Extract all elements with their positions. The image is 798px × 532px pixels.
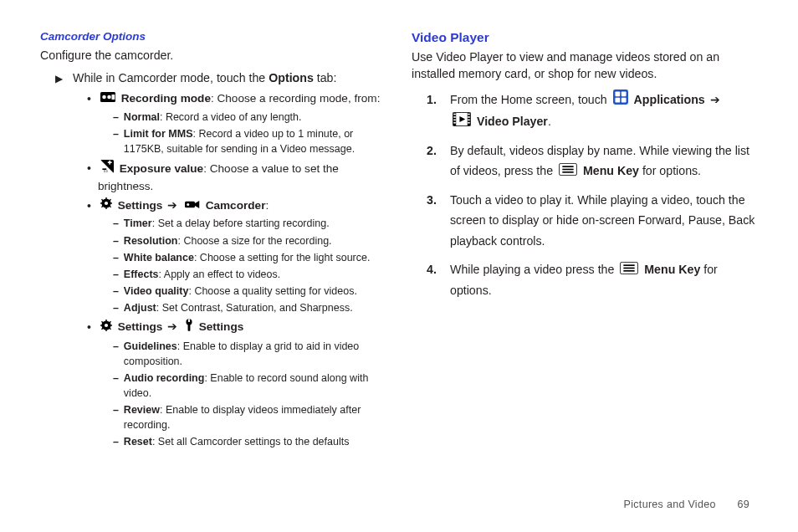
menu-key-icon: [620, 260, 638, 280]
bullet-dot-icon: •: [87, 160, 91, 177]
exposure-icon: [100, 160, 114, 178]
dash-white-balance: –White balance: Choose a setting for the…: [113, 250, 386, 265]
right-column: Video Player Use Video Player to view an…: [412, 30, 758, 453]
bullet-settings-camcorder: • Settings ➔ Camcorder: –Timer: Set a de…: [87, 197, 386, 317]
wrench-icon: [185, 319, 193, 336]
bullet-dot-icon: •: [87, 90, 91, 108]
camcorder-intro: Configure the camcorder.: [40, 48, 386, 64]
camcorder-options-heading: Camcorder Options: [40, 30, 386, 43]
left-column: Camcorder Options Configure the camcorde…: [40, 30, 386, 453]
gear-icon: [100, 197, 112, 214]
camcorder-step-text: While in Camcorder mode, touch the Optio…: [73, 71, 336, 84]
camcorder-step: ▶ While in Camcorder mode, touch the Opt…: [55, 71, 386, 87]
triangle-bullet-icon: ▶: [55, 71, 63, 87]
dash-limit-mms: –Limit for MMS: Record a video up to 1 m…: [113, 126, 386, 156]
dash-review: –Review: Enable to display videos immedi…: [113, 402, 386, 432]
dash-resolution: –Resolution: Choose a size for the recor…: [113, 233, 386, 248]
step-1: 1. From the Home screen, touch Applicati…: [427, 90, 758, 132]
video-mode-icon: [100, 90, 115, 107]
step-3: 3. Touch a video to play it. While playi…: [427, 190, 758, 250]
step-4: 4. While playing a video press the Menu …: [427, 259, 758, 300]
camcorder-bullet-list: • Recording mode: Choose a recording mod…: [87, 90, 386, 451]
bullet-dot-icon: •: [87, 319, 91, 336]
bullet-recording-mode: • Recording mode: Choose a recording mod…: [87, 90, 386, 158]
video-player-steps: 1. From the Home screen, touch Applicati…: [427, 90, 758, 300]
dash-adjust: –Adjust: Set Contrast, Saturation, and S…: [113, 300, 386, 315]
footer-section: Pictures and Video: [624, 499, 716, 510]
dash-effects: –Effects: Apply an effect to videos.: [113, 267, 386, 282]
camcorder-icon: [185, 197, 200, 214]
dash-video-quality: –Video quality: Choose a quality setting…: [113, 284, 386, 299]
bullet-dot-icon: •: [87, 197, 91, 215]
video-player-icon: [453, 112, 471, 132]
step-2: 2. By default, videos display by name. W…: [427, 141, 758, 182]
video-player-heading: Video Player: [412, 30, 758, 45]
dash-normal: –Normal: Record a video of any length.: [113, 110, 386, 125]
bullet-exposure: • Exposure value: Choose a value to set …: [87, 160, 386, 196]
video-player-intro: Use Video Player to view and manage vide…: [412, 49, 758, 83]
apps-icon: [613, 90, 628, 110]
menu-key-icon: [559, 161, 577, 182]
dash-audio-recording: –Audio recording: Enable to record sound…: [113, 371, 386, 401]
footer-page-number: 69: [737, 499, 749, 510]
dash-reset: –Reset: Set all Camcorder settings to th…: [113, 434, 386, 449]
page-footer: Pictures and Video 69: [624, 499, 749, 510]
dash-guidelines: –Guidelines: Enable to display a grid to…: [113, 339, 386, 369]
dash-timer: –Timer: Set a delay before starting reco…: [113, 216, 386, 231]
gear-icon: [100, 320, 112, 336]
bullet-settings-settings: • Settings ➔ Settings –Guidelines: Enabl…: [87, 319, 386, 451]
